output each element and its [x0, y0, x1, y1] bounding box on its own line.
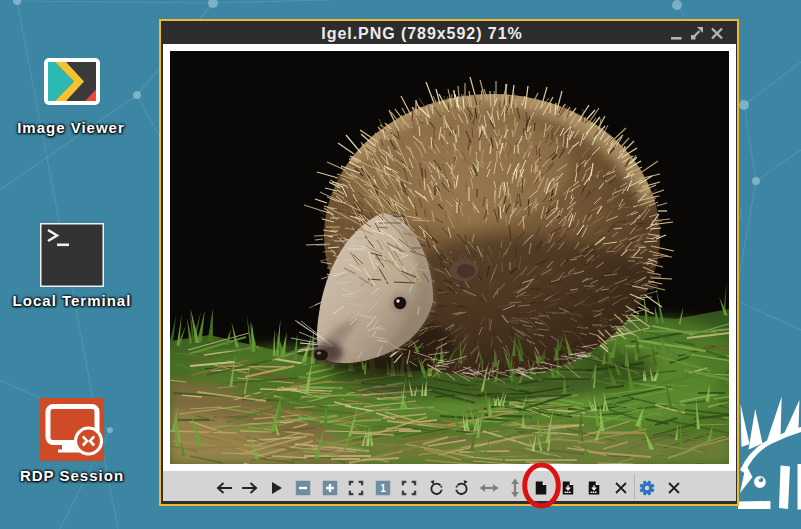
svg-text:1: 1: [380, 482, 386, 493]
